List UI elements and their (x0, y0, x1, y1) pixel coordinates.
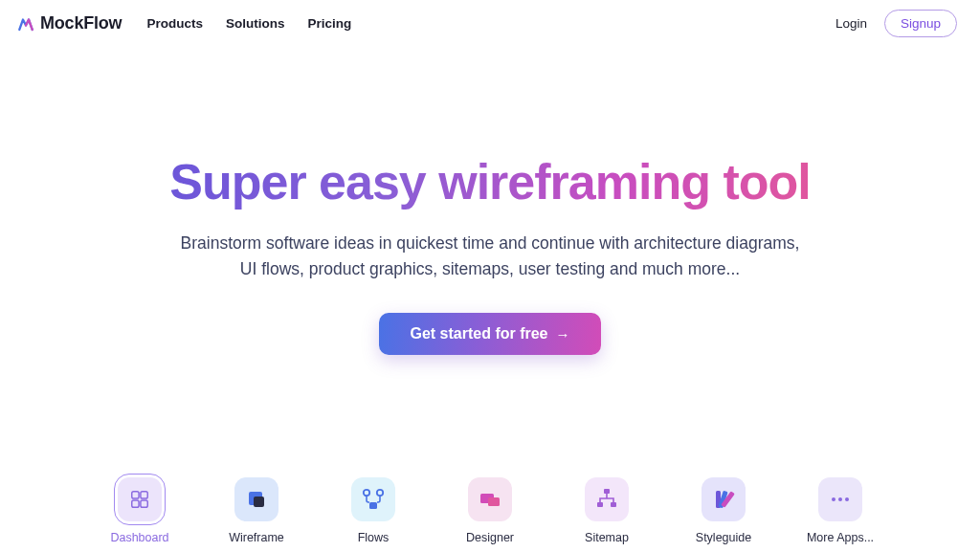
dashboard-icon (118, 477, 162, 521)
svg-rect-11 (604, 489, 610, 494)
hero: Super easy wireframing tool Brainstorm s… (0, 154, 980, 355)
cta-label: Get started for free (410, 325, 547, 342)
svg-rect-8 (369, 502, 377, 509)
svg-rect-2 (132, 500, 139, 507)
svg-rect-5 (254, 497, 264, 507)
header-right: Login Signup (835, 10, 957, 37)
svg-point-19 (845, 497, 849, 501)
svg-rect-3 (141, 500, 147, 507)
app-flows[interactable]: Flows (335, 477, 412, 544)
app-label: Sitemap (585, 531, 629, 544)
app-dashboard[interactable]: Dashboard (101, 477, 178, 544)
app-label: Designer (466, 531, 514, 544)
nav-solutions[interactable]: Solutions (226, 16, 285, 31)
app-designer[interactable]: Designer (452, 477, 528, 544)
svg-rect-12 (597, 502, 603, 507)
app-sitemap[interactable]: Sitemap (568, 477, 645, 544)
nav-products[interactable]: Products (146, 16, 203, 31)
apps-strip: Dashboard Wireframe Flows (0, 477, 980, 552)
signup-button[interactable]: Signup (884, 10, 957, 37)
svg-point-18 (838, 497, 842, 501)
sitemap-icon (585, 477, 629, 521)
more-icon (818, 477, 862, 521)
get-started-button[interactable]: Get started for free → (379, 313, 600, 355)
nav-pricing[interactable]: Pricing (307, 16, 351, 31)
hero-subtitle: Brainstorm software ideas in quickest ti… (174, 231, 806, 282)
svg-rect-10 (488, 497, 500, 506)
app-label: Wireframe (229, 531, 284, 544)
designer-icon (468, 477, 512, 521)
app-styleguide[interactable]: Styleguide (685, 477, 762, 544)
wireframe-icon (234, 477, 278, 521)
header-left: MockFlow Products Solutions Pricing (17, 13, 351, 33)
app-label: Styleguide (696, 531, 751, 544)
logo-text: MockFlow (40, 13, 122, 33)
svg-point-6 (364, 490, 369, 496)
main-nav: Products Solutions Pricing (146, 16, 351, 31)
login-link[interactable]: Login (835, 16, 867, 31)
hero-title: Super easy wireframing tool (169, 154, 810, 210)
header: MockFlow Products Solutions Pricing Logi… (0, 0, 980, 47)
app-label: Flows (358, 531, 390, 544)
styleguide-icon (702, 477, 746, 521)
svg-rect-1 (141, 492, 147, 498)
svg-point-7 (377, 490, 383, 496)
app-more[interactable]: More Apps... (802, 477, 879, 544)
app-label: More Apps... (807, 531, 874, 544)
svg-rect-13 (611, 502, 616, 507)
logo[interactable]: MockFlow (17, 13, 122, 33)
logo-mark-icon (17, 15, 34, 33)
flows-icon (351, 477, 395, 521)
arrow-right-icon: → (556, 326, 570, 342)
app-label: Dashboard (110, 531, 168, 544)
app-wireframe[interactable]: Wireframe (218, 477, 295, 544)
svg-point-17 (832, 497, 835, 501)
svg-rect-0 (132, 492, 139, 498)
